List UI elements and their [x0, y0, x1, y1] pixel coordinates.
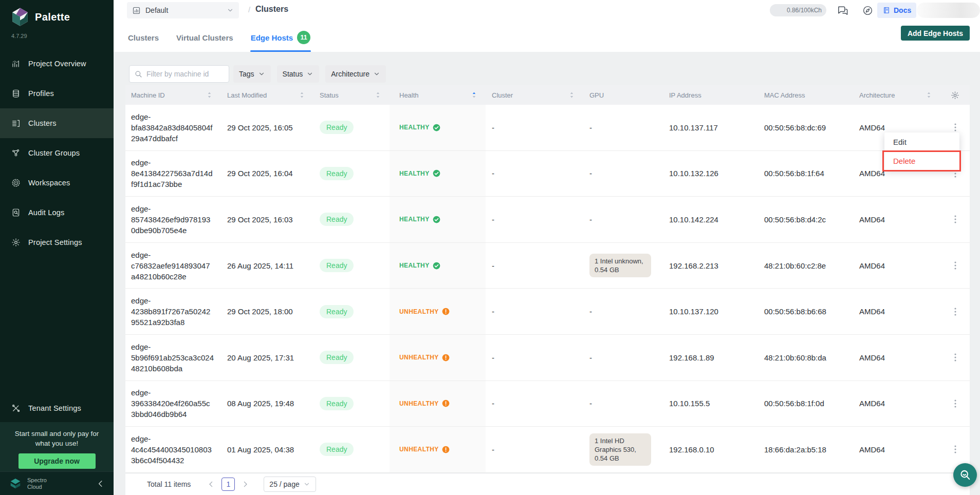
column-header-health[interactable]: Health	[390, 85, 486, 105]
table-row[interactable]: edge-bfa83842a83d8405804f29a47ddbafcf29 …	[125, 105, 970, 151]
table-row[interactable]: edge-857438426ef9d9781930dbe90b705e4e29 …	[125, 197, 970, 243]
row-actions-menu-button[interactable]	[950, 398, 961, 409]
column-header-label: Health	[399, 91, 419, 99]
app-version: 4.7.29	[0, 27, 114, 39]
sidebar-item-tenant-settings[interactable]: Tenant Settings	[0, 393, 114, 423]
last-modified-cell: 29 Oct 2025, 16:03	[221, 197, 313, 242]
column-header-status[interactable]: Status	[313, 85, 390, 105]
spectro-cloud-logo-icon	[8, 478, 23, 490]
context-menu-items: EditDelete	[884, 132, 959, 170]
search-input[interactable]	[146, 70, 224, 78]
add-edge-hosts-button[interactable]: Add Edge Hosts	[901, 26, 970, 41]
column-header-label: Architecture	[859, 91, 895, 99]
sort-icon	[927, 91, 931, 99]
row-actions-menu-button[interactable]	[950, 444, 961, 455]
circles-icon	[11, 178, 21, 187]
row-actions-cell	[940, 335, 970, 380]
mac-address-cell: 00:50:56:b8:dc:69	[758, 105, 853, 150]
tab-label: Clusters	[128, 33, 159, 42]
machine-id: edge-4c4c4544003450108033b6c04f504432	[131, 433, 214, 466]
machine-id-cell: edge-5b96f691ab253ca3c02448210b608bda	[125, 335, 221, 380]
filter-dropdown-architecture[interactable]: Architecture	[325, 65, 386, 83]
table-row[interactable]: edge-5b96f691ab253ca3c02448210b608bda20 …	[125, 335, 970, 381]
row-actions-menu-button[interactable]	[950, 306, 961, 317]
column-header-label: Last Modified	[227, 91, 267, 99]
last-modified-cell: 20 Aug 2025, 17:31	[221, 335, 313, 380]
sidebar-item-project-settings[interactable]: Project Settings	[0, 227, 114, 257]
column-header-last-modified[interactable]: Last Modified	[221, 85, 313, 105]
current-page[interactable]: 1	[221, 478, 235, 491]
sidebar-item-cluster-groups[interactable]: Cluster Groups	[0, 138, 114, 168]
table-row[interactable]: edge-4238b891f7267a5024295521a92b3fa829 …	[125, 289, 970, 335]
palette-logo: Palette	[0, 0, 114, 27]
sidebar-footer: Spectro Cloud	[0, 471, 114, 495]
edge-hosts-table: Machine IDLast ModifiedStatusHealthClust…	[125, 85, 970, 473]
filter-dropdown-tags[interactable]: Tags	[233, 65, 271, 83]
tabs: ClustersVirtual ClustersEdge Hosts11	[127, 31, 311, 52]
logo-text: Palette	[35, 11, 70, 23]
column-settings-button[interactable]	[940, 85, 970, 105]
page-size-value: 25 / page	[269, 480, 299, 488]
topbar: Default / Clusters 0.86/100kCh Docs	[114, 0, 980, 21]
column-header-cluster[interactable]: Cluster	[486, 85, 583, 105]
table-row[interactable]: edge-c76832aefe914893047a48210b60c28e26 …	[125, 243, 970, 289]
architecture-cell: AMD64	[853, 381, 940, 427]
project-selector[interactable]: Default	[127, 2, 239, 18]
sort-icon	[472, 91, 476, 99]
collapse-sidebar-button[interactable]	[96, 479, 105, 488]
sidebar-item-profiles[interactable]: Profiles	[0, 79, 114, 108]
sidebar-item-clusters[interactable]: Clusters	[0, 108, 114, 138]
table-row[interactable]: edge-4c4c4544003450108033b6c04f50443201 …	[125, 427, 970, 473]
column-header-gpu: GPU	[583, 85, 663, 105]
chevron-down-icon	[306, 70, 313, 78]
chart-icon	[11, 59, 21, 68]
user-menu[interactable]	[917, 3, 980, 18]
tab-clusters[interactable]: Clusters	[127, 31, 159, 52]
prev-page-button[interactable]	[207, 480, 215, 488]
brand-text: Spectro Cloud	[27, 477, 55, 490]
table-row[interactable]: edge-396338420e4f260a55c3bbd046db9b6408 …	[125, 381, 970, 427]
upgrade-now-button[interactable]: Upgrade now	[19, 453, 96, 469]
compass-icon[interactable]	[862, 5, 873, 16]
machine-id: edge-4238b891f7267a5024295521a92b3fa8	[131, 295, 214, 328]
docs-link[interactable]: Docs	[877, 3, 916, 18]
row-actions-menu-button[interactable]	[950, 352, 961, 363]
sidebar-tenant-section: Tenant Settings	[0, 393, 114, 423]
health-check-icon	[433, 169, 440, 177]
breadcrumb[interactable]: Clusters	[255, 5, 288, 14]
context-menu-item-delete[interactable]: Delete	[884, 151, 959, 170]
chat-icon[interactable]	[837, 5, 848, 16]
column-header-architecture[interactable]: Architecture	[853, 85, 940, 105]
row-actions-cell	[940, 381, 970, 427]
tabs-row: ClustersVirtual ClustersEdge Hosts11 Add…	[114, 21, 980, 52]
sidebar-item-project-overview[interactable]: Project Overview	[0, 49, 114, 79]
search-icon	[134, 70, 142, 78]
status-badge: Ready	[320, 213, 354, 226]
chat-launcher-button[interactable]	[953, 463, 977, 487]
health-status: UNHEALTHY	[399, 308, 439, 315]
next-page-button[interactable]	[241, 480, 249, 488]
tab-edge-hosts[interactable]: Edge Hosts11	[250, 31, 311, 52]
health-status: HEALTHY	[399, 170, 430, 177]
health-warning-icon	[442, 399, 450, 407]
ip-address-cell: 10.10.155.5	[663, 381, 758, 427]
health-check-icon	[433, 124, 440, 131]
tab-virtual-clusters[interactable]: Virtual Clusters	[176, 31, 234, 52]
row-actions-cell	[940, 197, 970, 242]
sidebar-item-audit-logs[interactable]: Audit Logs	[0, 198, 114, 227]
last-modified-cell: 08 Aug 2025, 19:48	[221, 381, 313, 427]
table-row[interactable]: edge-8e41384227563a7d14df9f1d1ac73bbe29 …	[125, 151, 970, 197]
project-selector-value: Default	[145, 6, 168, 14]
row-actions-menu-button[interactable]	[950, 214, 961, 225]
status-badge: Ready	[320, 305, 354, 318]
column-header-machine-id[interactable]: Machine ID	[125, 85, 221, 105]
sidebar-item-workspaces[interactable]: Workspaces	[0, 168, 114, 198]
sort-icon	[569, 91, 574, 99]
filter-dropdown-status[interactable]: Status	[277, 65, 320, 83]
machine-id-cell: edge-4c4c4544003450108033b6c04f504432	[125, 427, 221, 472]
context-menu-item-edit[interactable]: Edit	[884, 132, 959, 151]
page-size-select[interactable]: 25 / page	[264, 477, 316, 492]
row-actions-menu-button[interactable]	[950, 122, 961, 133]
row-actions-menu-button[interactable]	[950, 260, 961, 271]
pagination: Total 11 items 1 25 / page	[125, 473, 970, 495]
